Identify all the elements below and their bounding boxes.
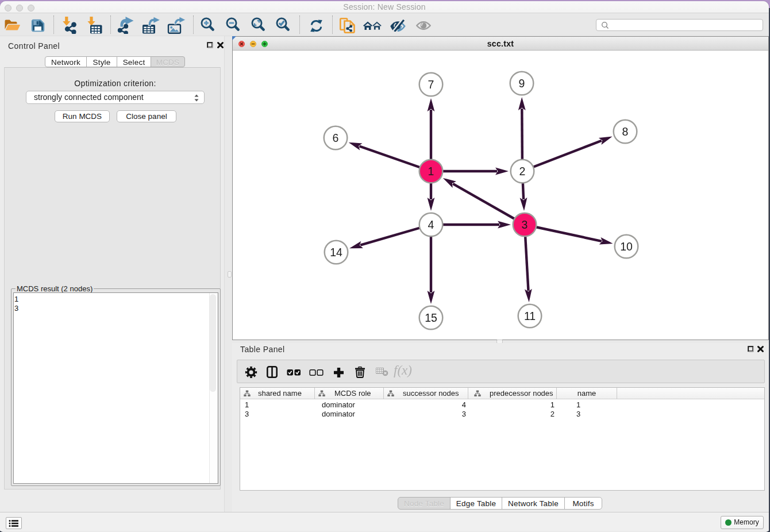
svg-text:15: 15	[425, 311, 437, 324]
svg-text:6: 6	[333, 132, 339, 144]
svg-text:14: 14	[330, 246, 342, 259]
svg-text:11: 11	[524, 310, 536, 322]
svg-text:2: 2	[519, 165, 526, 178]
svg-text:10: 10	[620, 240, 633, 253]
svg-text:8: 8	[622, 125, 629, 138]
svg-text:4: 4	[428, 218, 434, 231]
svg-text:9: 9	[519, 77, 525, 90]
svg-text:3: 3	[522, 218, 528, 231]
svg-text:1: 1	[428, 165, 434, 178]
svg-text:7: 7	[428, 78, 434, 91]
